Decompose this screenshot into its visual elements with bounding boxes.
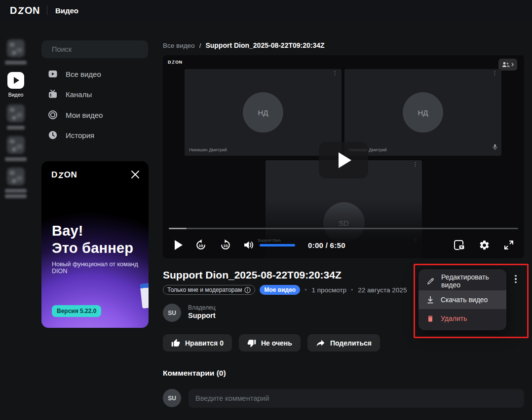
participant-tile-1: ⋮ НД Никишин Дмитрий [185,69,342,156]
thumb-up-icon [171,339,180,348]
comments-heading: Комментарии (0) [163,369,226,378]
menu-item-delete-video[interactable]: Удалить [418,309,506,328]
seek-bar-played [169,228,187,229]
video-player: D ON ⋮ НД Никишин Дмитрий ⋮ НД Никишин Д… [163,55,524,258]
chevron-right-icon [511,63,514,67]
tile-kebab-icon[interactable]: ⋮ [492,72,497,74]
forward-10-icon: 10 [219,239,232,251]
participants-icon [502,62,510,68]
clock-icon [47,130,58,140]
participant-tile-2: ⋮ НД Никишин Дмитрий [344,69,501,156]
topbar-divider [47,6,47,15]
pip-button[interactable] [454,240,465,250]
screenshare-tile-label: Support Dion [258,238,281,243]
pip-icon [454,240,465,250]
promo-banner: D ON Вау! Это баннер Новый функционал от… [41,161,149,328]
like-button[interactable]: Нравится 0 [163,334,232,351]
pencil-icon [426,277,435,285]
banner-close-icon[interactable] [130,169,141,180]
tile-kebab-icon[interactable]: ⋮ [413,163,418,165]
gear-icon [479,240,490,251]
dislike-button[interactable]: Не очень [239,334,301,351]
owner-avatar: SU [163,304,181,322]
owner-name: Support [188,312,216,319]
fullscreen-button[interactable] [503,240,514,250]
rail-item-blurred-4[interactable] [0,168,32,198]
rail-item-blurred-2[interactable] [0,105,32,130]
banner-version-badge: Версия 5.22.0 [52,305,101,317]
blurred-app-icon [7,39,25,57]
player-watermark-logo: D ON [168,60,183,65]
volume-icon [243,240,255,250]
play-icon [175,240,183,250]
owner-role-label: Владелец [188,304,216,311]
comment-input[interactable] [189,389,524,408]
video-meta-row: Только мне и модераторам Мое видео · 1 п… [163,285,407,295]
tv-icon [47,89,58,99]
participants-panel-button[interactable] [498,59,517,70]
share-button[interactable]: Поделиться [307,334,380,351]
svg-text:10: 10 [198,244,203,248]
play-button[interactable] [175,240,183,250]
rail-item-blurred-3[interactable] [0,136,32,161]
volume-slider[interactable]: Support Dion [260,244,295,246]
breadcrumb-current: Support Dion_2025-08-22T09:20:34Z [205,41,324,49]
banner-title: Вау! Это баннер [52,222,133,257]
settings-button[interactable] [479,240,490,251]
big-play-button[interactable] [319,142,368,178]
menu-item-download-video[interactable]: Скачать видео [418,290,506,309]
sidebar-item-channels[interactable]: Каналы [41,84,148,104]
topbar: D ON Видео [0,0,532,21]
sidebar-item-my-videos[interactable]: Мои видео [41,105,148,125]
trash-icon [426,315,434,323]
context-menu: Редактировать видео Скачать видео Удалит… [418,269,506,330]
sidebar-item-history[interactable]: История [41,125,148,145]
share-icon [316,339,325,347]
participant-avatar: НД [403,92,443,133]
breadcrumb-parent[interactable]: Все видео [163,42,195,49]
banner-subtitle: Новый функционал от команд DION [52,261,149,275]
banner-dion-logo: D ON [51,170,77,180]
blurred-app-icon [7,168,25,185]
participant-name: Никишин Дмитрий [189,147,227,152]
views-count: 1 просмотр [311,286,346,294]
svg-text:10: 10 [223,244,228,248]
blurred-app-icon [7,136,25,154]
app-root: D ON Видео Видео [0,0,532,420]
tile-kebab-icon[interactable]: ⋮ [332,72,338,74]
dion-logo: D ON [10,5,40,16]
breadcrumb-separator: / [199,42,201,49]
blurred-app-icon [7,105,25,122]
play-icon [339,152,351,168]
comment-user-avatar: SU [163,389,181,407]
search-input[interactable] [52,45,144,53]
thumb-down-icon [247,339,256,348]
time-display: 0:00 / 6:50 [308,241,345,249]
search-box [41,40,148,58]
publish-date: 22 августа 2025 [358,286,407,294]
rail-item-video[interactable]: Видео [0,72,32,98]
record-circle-icon [47,110,58,120]
player-controls-right [454,240,514,251]
download-icon [426,296,434,304]
page-title: Видео [55,6,78,15]
rewind-10-icon: 10 [194,239,207,251]
video-title: Support Dion_2025-08-22T09:20:34Z [163,269,342,281]
banner-3d-box-graphic [140,283,149,309]
forward-10-button[interactable]: 10 [219,239,232,251]
rewind-10-button[interactable]: 10 [194,239,207,251]
rail-video-label: Видео [8,92,24,98]
rail-item-blurred-1[interactable] [0,39,32,65]
play-square-icon [47,69,58,79]
info-icon[interactable] [244,287,251,293]
video-kebab-menu-button[interactable] [511,272,520,286]
participant-avatar: НД [243,92,283,133]
seek-bar[interactable] [169,228,518,229]
dion-logo-i-glyph [18,7,24,14]
mic-icon [493,143,497,152]
volume-button[interactable] [243,240,255,250]
visibility-badge: Только мне и модераторам [163,285,255,295]
menu-item-edit-video[interactable]: Редактировать видео [418,272,506,290]
sidebar-item-all-videos[interactable]: Все видео [41,64,148,84]
fullscreen-icon [503,240,514,250]
